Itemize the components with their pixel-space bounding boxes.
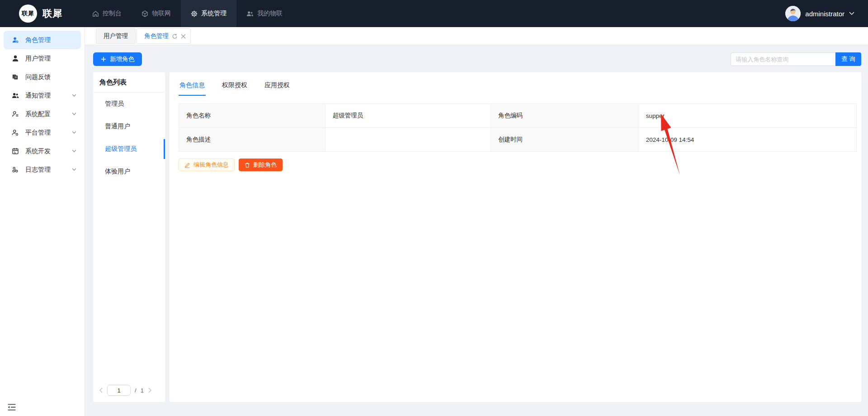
role-name: 体验用户 (105, 168, 130, 176)
user-menu[interactable]: administrator (785, 6, 854, 21)
role-info-table: 角色名称 超级管理员 角色编码 supper 角色描述 创建时间 2024-10… (179, 103, 857, 152)
close-icon[interactable] (181, 34, 186, 39)
sidebar-item-label: 平台管理 (25, 129, 51, 137)
page-separator: / (135, 387, 137, 394)
chevron-down-icon (72, 168, 76, 171)
pagination: / 1 (93, 385, 165, 402)
nav-item-label: 物联网 (152, 9, 171, 18)
main-content: 新增角色 查 询 角色列表 管理员 普通用户 超级管理员 (85, 45, 868, 416)
prev-page-icon[interactable] (99, 388, 103, 393)
chevron-down-icon (72, 131, 76, 134)
chevron-down-icon (72, 150, 76, 153)
tab-permission-auth[interactable]: 权限授权 (221, 79, 248, 96)
user-avatar (785, 6, 801, 21)
field-label-role-name: 角色名称 (179, 104, 326, 127)
edit-role-button[interactable]: 编辑角色信息 (179, 159, 235, 171)
field-label-created-time: 创建时间 (491, 128, 639, 151)
nav-item-label: 我的物联 (257, 9, 283, 18)
role-list-item-super-admin[interactable]: 超级管理员 (93, 138, 165, 160)
role-name: 超级管理员 (105, 145, 137, 153)
nav-item-my-iot[interactable]: 我的物联 (236, 0, 292, 27)
sidebar-item-user-management[interactable]: 用户管理 (4, 49, 81, 68)
sidebar-item-label: 问题反馈 (25, 73, 51, 81)
sidebar: 角色管理 用户管理 问题反馈 通知管理 系统配置 平台管理 (0, 27, 85, 416)
home-icon (92, 10, 99, 17)
user-icon (11, 55, 19, 62)
page-tab-role-management[interactable]: 角色管理 (137, 28, 191, 44)
sidebar-item-role-management[interactable]: 角色管理 (4, 31, 81, 49)
plus-icon (101, 56, 106, 62)
chevron-down-icon (72, 94, 76, 97)
chevron-down-icon (72, 112, 76, 116)
sidebar-item-platform-management[interactable]: 平台管理 (4, 123, 81, 142)
menu-fold-button[interactable] (0, 401, 85, 412)
role-name: 普通用户 (105, 122, 130, 131)
add-role-button[interactable]: 新增角色 (93, 52, 142, 66)
sidebar-item-feedback[interactable]: 问题反馈 (4, 68, 81, 86)
sidebar-item-system-develop[interactable]: 系统开发 (4, 142, 81, 160)
team-icon (246, 10, 254, 17)
role-list-item-normal-user[interactable]: 普通用户 (93, 115, 165, 138)
role-items: 管理员 普通用户 超级管理员 体验用户 (93, 93, 165, 183)
main-nav: 控制台 物联网 系统管理 我的物联 (82, 0, 292, 27)
trash-icon (245, 162, 250, 168)
top-navbar: 联犀 联犀 控制台 物联网 系统管理 我的物联 (0, 0, 868, 27)
system-config-icon (11, 111, 19, 117)
page-number-input[interactable] (107, 385, 131, 396)
page-tabbar: 用户管理 角色管理 (85, 27, 868, 45)
delete-role-button[interactable]: 删除角色 (239, 159, 283, 171)
search-button[interactable]: 查 询 (835, 52, 861, 66)
panel-gap (165, 72, 170, 402)
sidebar-item-label: 日志管理 (25, 166, 51, 174)
table-row: 角色描述 创建时间 2024-10-09 14:54 (179, 127, 856, 151)
sidebar-item-label: 用户管理 (25, 55, 51, 63)
nav-item-system-management[interactable]: 系统管理 (181, 0, 236, 27)
delete-role-label: 删除角色 (253, 161, 277, 169)
sidebar-item-label: 系统开发 (25, 147, 51, 155)
field-value-created-time: 2024-10-09 14:54 (639, 128, 856, 151)
gear-icon (191, 10, 198, 17)
role-list-title: 角色列表 (93, 72, 165, 92)
toolbar: 新增角色 查 询 (93, 52, 861, 72)
field-value-role-code: supper (639, 104, 856, 127)
search-group: 查 询 (731, 52, 861, 66)
page-tab-label: 用户管理 (104, 32, 128, 40)
role-icon (11, 37, 19, 43)
field-value-role-name: 超级管理员 (326, 104, 491, 127)
field-label-role-code: 角色编码 (491, 104, 639, 127)
sidebar-item-system-config[interactable]: 系统配置 (4, 105, 81, 123)
page-tab-user-management[interactable]: 用户管理 (96, 28, 136, 44)
role-list-item-admin[interactable]: 管理员 (93, 93, 165, 115)
feedback-icon (11, 74, 19, 80)
selected-indicator (164, 139, 165, 159)
nav-item-label: 系统管理 (201, 9, 226, 18)
cube-icon (142, 10, 148, 17)
develop-icon (11, 148, 19, 154)
brand-logo[interactable]: 联犀 联犀 (19, 5, 62, 23)
role-search-input[interactable] (731, 52, 835, 66)
log-icon (11, 166, 19, 173)
chevron-down-icon (849, 12, 854, 15)
next-page-icon[interactable] (148, 388, 152, 393)
brand-name: 联犀 (42, 7, 62, 20)
nav-item-label: 控制台 (103, 9, 122, 18)
sidebar-item-label: 角色管理 (25, 36, 51, 44)
role-detail-panel: 角色信息 权限授权 应用授权 角色名称 超级管理员 角色编码 supper 角色… (170, 72, 861, 402)
sidebar-item-log-management[interactable]: 日志管理 (4, 160, 81, 179)
logo-text: 联犀 (22, 9, 34, 18)
tab-application-auth[interactable]: 应用授权 (264, 79, 291, 96)
sidebar-item-label: 系统配置 (25, 110, 51, 118)
page-tab-label: 角色管理 (144, 32, 169, 40)
tab-role-info[interactable]: 角色信息 (179, 79, 206, 96)
notification-icon (11, 92, 19, 99)
role-list-item-trial-user[interactable]: 体验用户 (93, 160, 165, 183)
refresh-icon[interactable] (172, 33, 178, 39)
detail-tabs: 角色信息 权限授权 应用授权 (179, 79, 857, 96)
nav-item-console[interactable]: 控制台 (82, 0, 132, 27)
page-total: 1 (141, 387, 144, 394)
nav-item-iot[interactable]: 物联网 (132, 0, 181, 27)
role-name: 管理员 (105, 100, 124, 108)
logo-circle-icon: 联犀 (19, 5, 37, 23)
sidebar-item-notification-management[interactable]: 通知管理 (4, 86, 81, 105)
user-name: administrator (805, 10, 844, 18)
